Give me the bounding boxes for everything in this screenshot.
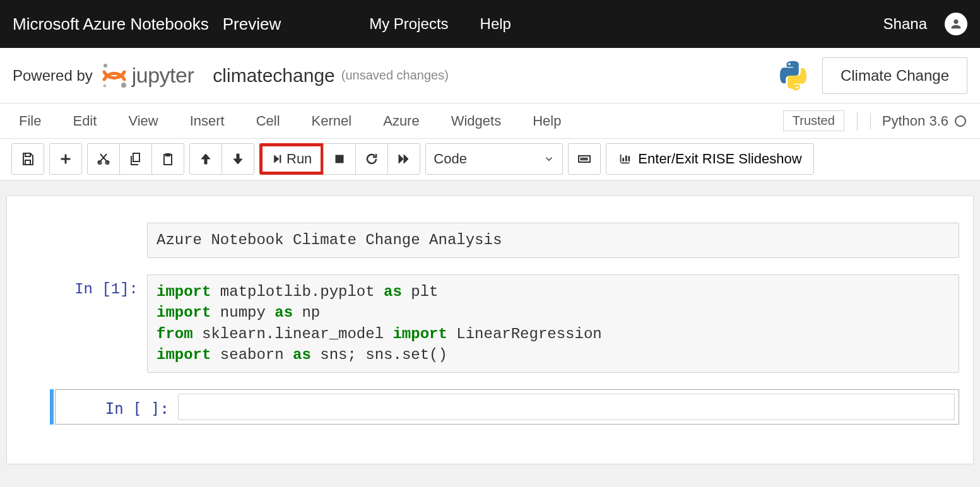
powered-by-label: Powered by [13,67,93,85]
rise-slideshow-button[interactable]: Enter/Exit RISE Slideshow [606,143,813,175]
selection-gutter [21,389,55,425]
kw: import [393,326,447,343]
svg-point-2 [103,84,106,87]
menu-view[interactable]: View [123,110,163,132]
run-group: Run [259,143,420,175]
kw: as [384,283,402,300]
kernel-indicator[interactable]: Python 3.6 [870,113,966,129]
restart-button[interactable] [355,143,388,175]
python-logo-icon [776,58,811,93]
raw-cell[interactable]: Azure Notebook Climate Change Analysis [21,223,959,258]
notebook-name[interactable]: climatechange [213,65,334,86]
move-up-button[interactable] [189,143,222,175]
menu-edit[interactable]: Edit [68,110,102,132]
azure-topbar: Microsoft Azure Notebooks Preview My Pro… [0,0,980,48]
txt: matplotlib.pyplot [211,283,384,300]
txt: plt [402,283,439,300]
notebook: Azure Notebook Climate Change Analysis I… [6,196,974,464]
preview-badge: Preview [223,15,281,34]
svg-point-1 [121,83,126,88]
menu-help[interactable]: Help [528,110,566,132]
raw-cell-content[interactable]: Azure Notebook Climate Change Analysis [147,223,959,258]
cell-type-value: Code [434,151,467,167]
cut-button[interactable] [87,143,120,175]
paste-button[interactable] [151,143,184,175]
notebook-container: Azure Notebook Climate Change Analysis I… [0,180,980,487]
save-button[interactable] [11,143,44,175]
kw: as [293,346,311,363]
chevron-down-icon [543,153,555,165]
insert-cell-button[interactable] [49,143,82,175]
user-avatar-icon[interactable] [945,13,967,35]
toolbar: Run Code Enter/Exit RISE Slideshow [0,139,980,180]
code-cell-2-selected[interactable]: In [ ]: [21,389,959,425]
txt: seaborn [211,346,293,363]
txt: sns; sns.set() [311,346,447,363]
topbar-right: Shana [883,13,967,35]
cell-prompt-empty [21,223,147,258]
brand-text: Microsoft Azure Notebooks [13,15,209,34]
jupyter-logo[interactable]: jupyter [100,62,194,90]
command-palette-button[interactable] [568,143,601,175]
kw: import [156,304,211,321]
code-cell-1[interactable]: In [1]: import matplotlib.pyplot as plt … [21,274,959,373]
jupyter-logo-icon [100,62,128,90]
menu-kernel[interactable]: Kernel [307,110,357,132]
cell-inner: In [ ]: [55,389,959,425]
kw: import [156,346,211,363]
cell-type-select[interactable]: Code [425,143,563,175]
menubar: File Edit View Insert Cell Kernel Azure … [0,103,980,139]
kw: from [156,326,193,343]
nav-help[interactable]: Help [480,15,511,33]
svg-point-0 [103,64,107,67]
top-nav: My Projects Help [369,15,511,33]
project-button[interactable]: Climate Change [822,57,967,94]
interrupt-button[interactable] [323,143,356,175]
copy-button[interactable] [119,143,152,175]
kernel-name-text: Python 3.6 [882,113,948,129]
txt: numpy [211,304,275,321]
cell-prompt-2: In [ ]: [59,394,178,420]
bar-chart-icon [618,152,632,166]
user-name[interactable]: Shana [883,15,927,33]
code-cell-2-input[interactable] [178,394,955,420]
menu-cell[interactable]: Cell [251,110,285,132]
nav-my-projects[interactable]: My Projects [369,15,448,33]
run-button[interactable]: Run [259,143,324,175]
menu-insert[interactable]: Insert [185,110,230,132]
kw: as [275,304,293,321]
topbar-left: Microsoft Azure Notebooks Preview [13,15,281,34]
jupyter-logo-text: jupyter [132,63,194,88]
txt: np [293,304,320,321]
menu-azure[interactable]: Azure [378,110,424,132]
divider [857,112,858,131]
menu-file[interactable]: File [14,110,46,132]
menu-widgets[interactable]: Widgets [446,110,506,132]
edit-group [87,143,184,175]
save-status: (unsaved changes) [341,68,449,83]
kw: import [156,283,211,300]
code-cell-1-input[interactable]: import matplotlib.pyplot as plt import n… [147,274,959,373]
trusted-badge[interactable]: Trusted [783,110,844,131]
txt: LinearRegression [447,326,602,343]
cell-prompt-1: In [1]: [21,274,147,373]
kernel-status-icon [955,115,966,127]
jupyter-header: Powered by jupyter climatechange (unsave… [0,48,980,103]
restart-run-all-button[interactable] [387,143,420,175]
run-label: Run [286,151,312,167]
move-down-button[interactable] [221,143,254,175]
move-group [189,143,254,175]
txt: sklearn.linear_model [193,326,393,343]
menubar-right: Trusted Python 3.6 [783,110,966,131]
svg-rect-3 [336,155,343,163]
rise-label: Enter/Exit RISE Slideshow [638,151,801,167]
